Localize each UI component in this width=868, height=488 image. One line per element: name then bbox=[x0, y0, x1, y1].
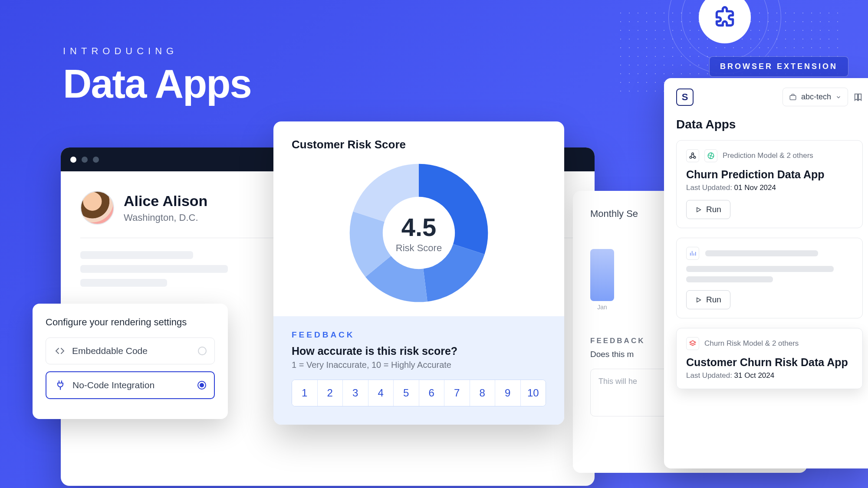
scale-button-10[interactable]: 10 bbox=[521, 380, 546, 406]
run-button[interactable]: Run bbox=[686, 200, 730, 219]
run-label: Run bbox=[706, 295, 721, 305]
app-meta: Last Updated: 01 Nov 2024 bbox=[686, 183, 853, 192]
briefcase-icon bbox=[789, 93, 797, 101]
run-label: Run bbox=[706, 205, 721, 214]
model-text: Churn Risk Model & 2 others bbox=[704, 339, 799, 348]
profile-location: Washington, D.C. bbox=[124, 212, 207, 223]
run-button[interactable]: Run bbox=[686, 290, 730, 309]
code-icon bbox=[55, 346, 65, 356]
webhook-icon bbox=[686, 149, 699, 162]
scale-button-9[interactable]: 9 bbox=[495, 380, 521, 406]
skeleton-line bbox=[80, 265, 228, 273]
feedback-scale: 12345678910 bbox=[292, 380, 546, 406]
hero-title: Data Apps bbox=[63, 61, 251, 107]
svg-marker-11 bbox=[697, 298, 701, 302]
feedback-hint: 1 = Very Inaccurate, 10 = Highly Accurat… bbox=[292, 360, 546, 370]
app-card[interactable]: Prediction Model & 2 others Churn Predic… bbox=[676, 140, 863, 228]
hero-eyebrow: INTRODUCING bbox=[63, 46, 251, 57]
bar bbox=[590, 249, 614, 301]
scale-button-6[interactable]: 6 bbox=[419, 380, 445, 406]
play-icon bbox=[695, 297, 702, 303]
scale-button-1[interactable]: 1 bbox=[292, 380, 318, 406]
scale-button-5[interactable]: 5 bbox=[394, 380, 419, 406]
scale-button-2[interactable]: 2 bbox=[318, 380, 343, 406]
config-title: Configure your rendering settings bbox=[46, 317, 215, 328]
app-card[interactable]: Churn Risk Model & 2 others Customer Chu… bbox=[676, 328, 863, 389]
window-dot-max[interactable] bbox=[93, 157, 99, 163]
donut-chart: 4.5 Risk Score bbox=[349, 164, 488, 302]
feedback-question: How accurate is this risk score? bbox=[292, 345, 546, 357]
puzzle-icon bbox=[713, 5, 737, 29]
play-icon bbox=[695, 206, 702, 213]
config-card: Configure your rendering settings Embedd… bbox=[33, 304, 228, 419]
svg-rect-5 bbox=[790, 95, 796, 100]
svg-marker-12 bbox=[690, 341, 696, 344]
brand-logo-icon: S bbox=[676, 88, 694, 106]
model-text: Prediction Model & 2 others bbox=[723, 151, 813, 160]
org-name: abc-tech bbox=[801, 92, 831, 102]
config-option-label: No-Code Integration bbox=[72, 380, 155, 390]
config-option-nocode[interactable]: No-Code Integration bbox=[46, 371, 215, 399]
risk-score-label: Risk Score bbox=[396, 242, 442, 254]
app-title: Customer Churn Risk Data App bbox=[686, 356, 853, 369]
feedback-label: FEEDBACK bbox=[292, 330, 546, 340]
data-apps-panel: S abc-tech Data Apps Prediction Model & … bbox=[664, 78, 868, 468]
window-dot-min[interactable] bbox=[82, 157, 88, 163]
scale-button-8[interactable]: 8 bbox=[470, 380, 496, 406]
svg-point-6 bbox=[690, 157, 692, 159]
profile-name: Alice Alison bbox=[124, 193, 207, 210]
avatar bbox=[80, 191, 114, 225]
openai-icon bbox=[704, 149, 717, 162]
risk-score-value: 4.5 bbox=[401, 213, 437, 242]
scale-button-3[interactable]: 3 bbox=[343, 380, 368, 406]
config-option-embeddable[interactable]: Embeddable Code bbox=[46, 337, 215, 364]
extension-label: BROWSER EXTENSION bbox=[709, 56, 848, 77]
risk-score-card: Customer Risk Score 4.5 Risk Score FEEDB… bbox=[273, 121, 564, 425]
risk-title: Customer Risk Score bbox=[292, 138, 546, 151]
stack-icon bbox=[686, 337, 699, 350]
scale-button-7[interactable]: 7 bbox=[444, 380, 470, 406]
hero: INTRODUCING Data Apps bbox=[63, 46, 251, 107]
radio-selected bbox=[197, 381, 206, 390]
config-option-label: Embeddable Code bbox=[72, 346, 148, 356]
app-meta: Last Updated: 31 Oct 2024 bbox=[686, 371, 853, 380]
skeleton-line bbox=[80, 251, 193, 259]
bar-label: Jan bbox=[590, 304, 614, 311]
skeleton-line bbox=[80, 279, 167, 287]
svg-point-7 bbox=[694, 157, 696, 159]
app-card-skeleton: Run bbox=[676, 238, 863, 318]
scale-button-4[interactable]: 4 bbox=[368, 380, 394, 406]
radio-unselected bbox=[198, 347, 207, 355]
chart-icon bbox=[686, 247, 699, 260]
svg-marker-10 bbox=[697, 207, 701, 212]
plug-icon bbox=[55, 380, 66, 390]
window-dot-close[interactable] bbox=[70, 157, 76, 163]
panel-heading: Data Apps bbox=[676, 118, 868, 131]
org-picker[interactable]: abc-tech bbox=[783, 88, 848, 106]
bookmark-icon[interactable] bbox=[853, 92, 863, 102]
chevron-down-icon bbox=[835, 94, 842, 100]
app-title: Churn Prediction Data App bbox=[686, 168, 853, 181]
